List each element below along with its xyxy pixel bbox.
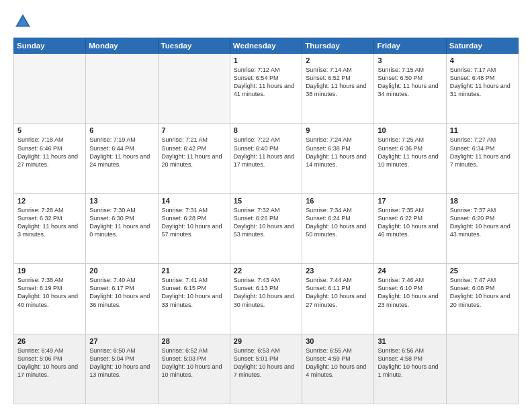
calendar-table: SundayMondayTuesdayWednesdayThursdayFrid… — [13, 38, 519, 404]
calendar-week-row: 12Sunrise: 7:28 AM Sunset: 6:32 PM Dayli… — [14, 193, 519, 263]
day-number: 12 — [17, 197, 82, 205]
day-number: 14 — [162, 197, 226, 205]
calendar-header-row: SundayMondayTuesdayWednesdayThursdayFrid… — [14, 38, 519, 54]
day-number: 28 — [162, 337, 226, 345]
calendar-cell: 14Sunrise: 7:31 AM Sunset: 6:28 PM Dayli… — [158, 193, 230, 263]
day-info: Sunrise: 7:24 AM Sunset: 6:38 PM Dayligh… — [306, 136, 370, 169]
logo-icon — [13, 12, 32, 31]
day-info: Sunrise: 7:34 AM Sunset: 6:24 PM Dayligh… — [306, 206, 370, 239]
day-info: Sunrise: 7:35 AM Sunset: 6:22 PM Dayligh… — [378, 206, 442, 239]
day-number: 25 — [450, 267, 515, 275]
calendar-cell: 25Sunrise: 7:47 AM Sunset: 6:08 PM Dayli… — [446, 264, 518, 334]
calendar-cell: 24Sunrise: 7:46 AM Sunset: 6:10 PM Dayli… — [374, 264, 446, 334]
day-number: 19 — [17, 267, 82, 275]
calendar-cell: 29Sunrise: 6:53 AM Sunset: 5:01 PM Dayli… — [230, 334, 302, 404]
weekday-header: Wednesday — [230, 38, 302, 54]
calendar-cell: 10Sunrise: 7:25 AM Sunset: 6:36 PM Dayli… — [374, 124, 446, 193]
calendar-cell: 31Sunrise: 6:56 AM Sunset: 4:58 PM Dayli… — [374, 334, 446, 404]
day-info: Sunrise: 7:25 AM Sunset: 6:36 PM Dayligh… — [378, 136, 442, 169]
day-number: 31 — [378, 337, 442, 345]
day-info: Sunrise: 6:53 AM Sunset: 5:01 PM Dayligh… — [234, 347, 298, 379]
calendar-cell: 7Sunrise: 7:21 AM Sunset: 6:42 PM Daylig… — [158, 124, 230, 193]
day-info: Sunrise: 7:17 AM Sunset: 6:48 PM Dayligh… — [450, 66, 515, 99]
page: SundayMondayTuesdayWednesdayThursdayFrid… — [0, 0, 532, 411]
calendar-cell: 1Sunrise: 7:12 AM Sunset: 6:54 PM Daylig… — [230, 54, 302, 124]
day-info: Sunrise: 7:37 AM Sunset: 6:20 PM Dayligh… — [450, 206, 515, 239]
day-number: 4 — [450, 56, 515, 64]
day-number: 17 — [378, 197, 442, 205]
day-info: Sunrise: 7:32 AM Sunset: 6:26 PM Dayligh… — [234, 206, 298, 239]
day-number: 13 — [89, 197, 154, 205]
calendar-cell: 28Sunrise: 6:52 AM Sunset: 5:03 PM Dayli… — [158, 334, 230, 404]
day-info: Sunrise: 6:55 AM Sunset: 4:59 PM Dayligh… — [306, 347, 370, 379]
day-number: 6 — [89, 126, 154, 134]
day-info: Sunrise: 7:43 AM Sunset: 6:13 PM Dayligh… — [234, 276, 298, 309]
calendar-cell: 22Sunrise: 7:43 AM Sunset: 6:13 PM Dayli… — [230, 264, 302, 334]
calendar-cell: 20Sunrise: 7:40 AM Sunset: 6:17 PM Dayli… — [86, 264, 158, 334]
calendar-cell: 17Sunrise: 7:35 AM Sunset: 6:22 PM Dayli… — [374, 193, 446, 263]
day-number: 29 — [234, 337, 298, 345]
weekday-header: Monday — [86, 38, 158, 54]
day-info: Sunrise: 7:28 AM Sunset: 6:32 PM Dayligh… — [17, 206, 82, 239]
calendar-cell: 18Sunrise: 7:37 AM Sunset: 6:20 PM Dayli… — [446, 193, 518, 263]
weekday-header: Saturday — [446, 38, 518, 54]
day-info: Sunrise: 7:19 AM Sunset: 6:44 PM Dayligh… — [89, 136, 154, 169]
calendar-cell: 27Sunrise: 6:50 AM Sunset: 5:04 PM Dayli… — [86, 334, 158, 404]
day-info: Sunrise: 7:21 AM Sunset: 6:42 PM Dayligh… — [162, 136, 226, 169]
day-number: 8 — [234, 126, 298, 134]
day-info: Sunrise: 7:12 AM Sunset: 6:54 PM Dayligh… — [234, 66, 298, 99]
calendar-cell: 13Sunrise: 7:30 AM Sunset: 6:30 PM Dayli… — [86, 193, 158, 263]
day-info: Sunrise: 7:38 AM Sunset: 6:19 PM Dayligh… — [17, 276, 82, 309]
calendar-week-row: 19Sunrise: 7:38 AM Sunset: 6:19 PM Dayli… — [14, 264, 519, 334]
day-info: Sunrise: 7:46 AM Sunset: 6:10 PM Dayligh… — [378, 276, 442, 309]
day-info: Sunrise: 6:50 AM Sunset: 5:04 PM Dayligh… — [89, 347, 154, 379]
calendar-cell: 4Sunrise: 7:17 AM Sunset: 6:48 PM Daylig… — [446, 54, 518, 124]
calendar-cell — [158, 54, 230, 124]
day-number: 1 — [234, 56, 298, 64]
day-info: Sunrise: 7:30 AM Sunset: 6:30 PM Dayligh… — [89, 206, 154, 239]
weekday-header: Tuesday — [158, 38, 230, 54]
calendar-cell: 21Sunrise: 7:41 AM Sunset: 6:15 PM Dayli… — [158, 264, 230, 334]
header — [13, 12, 519, 31]
day-number: 23 — [306, 267, 370, 275]
day-info: Sunrise: 7:18 AM Sunset: 6:46 PM Dayligh… — [17, 136, 82, 169]
day-number: 27 — [89, 337, 154, 345]
calendar-cell — [86, 54, 158, 124]
calendar-cell: 26Sunrise: 6:49 AM Sunset: 5:06 PM Dayli… — [14, 334, 86, 404]
day-number: 22 — [234, 267, 298, 275]
calendar-cell: 2Sunrise: 7:14 AM Sunset: 6:52 PM Daylig… — [302, 54, 374, 124]
day-number: 2 — [306, 56, 370, 64]
calendar-week-row: 1Sunrise: 7:12 AM Sunset: 6:54 PM Daylig… — [14, 54, 519, 124]
calendar-cell: 5Sunrise: 7:18 AM Sunset: 6:46 PM Daylig… — [14, 124, 86, 193]
day-info: Sunrise: 7:41 AM Sunset: 6:15 PM Dayligh… — [162, 276, 226, 309]
weekday-header: Friday — [374, 38, 446, 54]
day-number: 15 — [234, 197, 298, 205]
day-number: 21 — [162, 267, 226, 275]
day-info: Sunrise: 7:15 AM Sunset: 6:50 PM Dayligh… — [378, 66, 442, 99]
calendar-cell: 3Sunrise: 7:15 AM Sunset: 6:50 PM Daylig… — [374, 54, 446, 124]
day-number: 20 — [89, 267, 154, 275]
day-info: Sunrise: 7:44 AM Sunset: 6:11 PM Dayligh… — [306, 276, 370, 309]
day-number: 3 — [378, 56, 442, 64]
day-number: 5 — [17, 126, 82, 134]
day-number: 18 — [450, 197, 515, 205]
day-number: 11 — [450, 126, 515, 134]
day-info: Sunrise: 7:14 AM Sunset: 6:52 PM Dayligh… — [306, 66, 370, 99]
calendar-cell — [446, 334, 518, 404]
day-info: Sunrise: 7:47 AM Sunset: 6:08 PM Dayligh… — [450, 276, 515, 309]
day-info: Sunrise: 7:27 AM Sunset: 6:34 PM Dayligh… — [450, 136, 515, 169]
day-number: 24 — [378, 267, 442, 275]
calendar-cell: 16Sunrise: 7:34 AM Sunset: 6:24 PM Dayli… — [302, 193, 374, 263]
calendar-cell: 19Sunrise: 7:38 AM Sunset: 6:19 PM Dayli… — [14, 264, 86, 334]
day-number: 10 — [378, 126, 442, 134]
day-info: Sunrise: 6:49 AM Sunset: 5:06 PM Dayligh… — [17, 347, 82, 379]
weekday-header: Thursday — [302, 38, 374, 54]
calendar-cell: 11Sunrise: 7:27 AM Sunset: 6:34 PM Dayli… — [446, 124, 518, 193]
calendar-cell: 9Sunrise: 7:24 AM Sunset: 6:38 PM Daylig… — [302, 124, 374, 193]
day-info: Sunrise: 6:52 AM Sunset: 5:03 PM Dayligh… — [162, 347, 226, 379]
weekday-header: Sunday — [14, 38, 86, 54]
day-info: Sunrise: 7:40 AM Sunset: 6:17 PM Dayligh… — [89, 276, 154, 309]
day-number: 9 — [306, 126, 370, 134]
day-number: 7 — [162, 126, 226, 134]
calendar-cell: 6Sunrise: 7:19 AM Sunset: 6:44 PM Daylig… — [86, 124, 158, 193]
